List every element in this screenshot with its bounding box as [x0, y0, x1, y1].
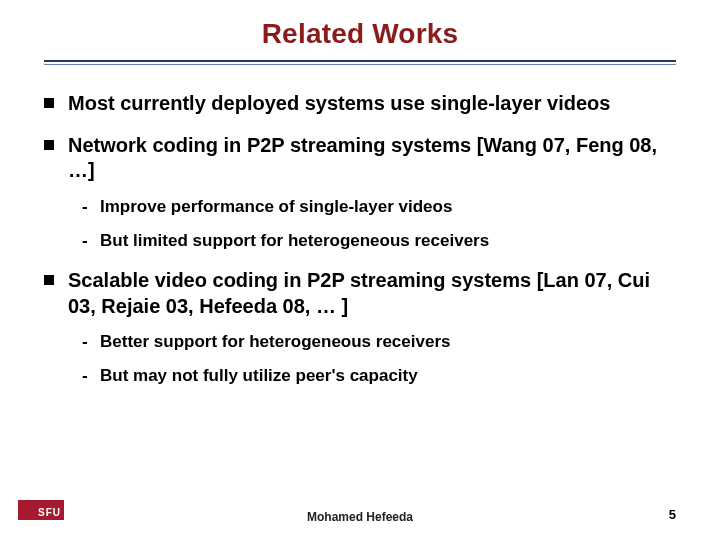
bullet-text: Scalable video coding in P2P streaming s… [68, 269, 650, 317]
author-name: Mohamed Hefeeda [0, 510, 720, 524]
slide: Related Works Most currently deployed sy… [0, 0, 720, 540]
footer: SFU Mohamed Hefeeda 5 [0, 500, 720, 524]
bullet-item: Most currently deployed systems use sing… [44, 91, 676, 117]
page-number: 5 [669, 507, 676, 522]
sub-item: But may not fully utilize peer's capacit… [82, 365, 676, 387]
sub-item: Improve performance of single-layer vide… [82, 196, 676, 218]
bullet-list: Most currently deployed systems use sing… [44, 91, 676, 387]
sub-list: Improve performance of single-layer vide… [68, 196, 676, 252]
sub-item: But limited support for heterogeneous re… [82, 230, 676, 252]
bullet-item: Network coding in P2P streaming systems … [44, 133, 676, 252]
bullet-text: Most currently deployed systems use sing… [68, 92, 610, 114]
title-rule-bottom [44, 64, 676, 65]
bullet-item: Scalable video coding in P2P streaming s… [44, 268, 676, 387]
bullet-text: Network coding in P2P streaming systems … [68, 134, 657, 182]
sub-item: Better support for heterogeneous receive… [82, 331, 676, 353]
slide-title: Related Works [44, 18, 676, 50]
sub-list: Better support for heterogeneous receive… [68, 331, 676, 387]
title-rule-top [44, 60, 676, 62]
